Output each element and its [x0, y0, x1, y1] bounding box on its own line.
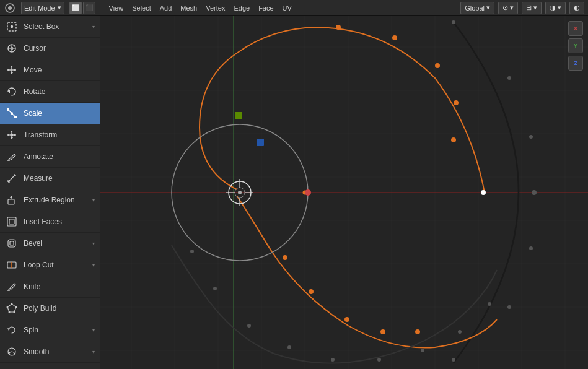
svg-point-96: [331, 358, 335, 362]
menu-view[interactable]: View: [105, 3, 128, 13]
svg-point-89: [529, 246, 533, 250]
menu-select[interactable]: Select: [128, 3, 155, 13]
tool-annotate[interactable]: Annotate: [0, 146, 100, 168]
tool-loop-cut[interactable]: Loop Cut ▾: [0, 254, 100, 276]
svg-rect-18: [7, 108, 9, 111]
view-gizmo-x[interactable]: X: [568, 21, 583, 36]
svg-point-98: [421, 349, 424, 352]
svg-point-84: [415, 329, 420, 334]
top-menu: View Select Add Mesh Vertex Edge Face UV: [105, 3, 296, 13]
svg-rect-17: [14, 116, 17, 118]
svg-marker-36: [10, 196, 12, 198]
svg-marker-23: [11, 137, 13, 139]
overlay-settings[interactable]: ◑ ▾: [545, 2, 566, 14]
tool-move[interactable]: Move: [0, 59, 100, 81]
view-gizmo-y[interactable]: Y: [568, 38, 583, 53]
svg-point-97: [377, 358, 381, 362]
edge-icon[interactable]: ⬛: [83, 2, 95, 14]
snap-settings[interactable]: ⊞ ▾: [522, 2, 542, 14]
menu-add[interactable]: Add: [156, 3, 176, 13]
svg-point-86: [507, 76, 511, 80]
poly-build-icon: [5, 302, 19, 315]
svg-marker-22: [11, 131, 13, 132]
view-mode-icons: ⬜ ⬛: [69, 2, 95, 14]
svg-line-27: [14, 154, 15, 155]
proportional-editing[interactable]: ⊙ ▾: [498, 2, 518, 14]
svg-point-1: [8, 6, 12, 10]
vertex-icon[interactable]: ⬜: [69, 2, 82, 14]
svg-point-108: [238, 191, 242, 194]
tool-knife[interactable]: Knife: [0, 276, 100, 298]
svg-point-100: [488, 302, 491, 306]
svg-marker-12: [7, 69, 9, 71]
smooth-icon: [5, 345, 19, 358]
tool-select-box[interactable]: Select Box ▾: [0, 16, 100, 38]
tool-transform[interactable]: Transform: [0, 124, 100, 146]
select-box-icon: [5, 20, 19, 33]
mode-dropdown[interactable]: Edit Mode ▾: [21, 2, 64, 14]
menu-mesh[interactable]: Mesh: [177, 3, 201, 13]
tool-bevel[interactable]: Bevel ▾: [0, 233, 100, 254]
svg-point-111: [305, 189, 311, 196]
tool-poly-build[interactable]: Poly Build: [0, 298, 100, 319]
svg-rect-39: [8, 240, 15, 247]
inset-icon: [5, 215, 19, 228]
svg-rect-110: [257, 139, 264, 146]
blender-icon: [4, 2, 16, 14]
main-area: Select Box ▾ Cursor: [0, 16, 588, 369]
menu-face[interactable]: Face: [255, 3, 277, 13]
view-gizmo-z[interactable]: Z: [568, 56, 583, 71]
svg-marker-10: [11, 66, 13, 67]
tool-cursor[interactable]: Cursor: [0, 38, 100, 59]
svg-point-90: [507, 305, 511, 309]
svg-point-87: [529, 135, 533, 139]
svg-rect-37: [7, 217, 16, 226]
menu-uv[interactable]: UV: [279, 3, 296, 13]
svg-point-81: [309, 289, 314, 294]
topbar: Edit Mode ▾ ⬜ ⬛ View Select Add Mesh Ver…: [0, 0, 588, 16]
svg-point-78: [451, 137, 456, 142]
tool-rotate[interactable]: Rotate: [0, 81, 100, 103]
svg-point-45: [11, 303, 13, 305]
spin-icon: [5, 323, 19, 337]
svg-line-29: [8, 175, 15, 182]
svg-point-92: [190, 250, 194, 253]
scene-svg: [100, 16, 588, 369]
svg-point-93: [213, 287, 217, 290]
svg-point-48: [9, 311, 11, 313]
knife-icon: [5, 280, 19, 293]
svg-point-112: [481, 190, 486, 195]
svg-point-47: [14, 311, 15, 313]
svg-point-88: [532, 190, 537, 195]
tool-spin[interactable]: Spin ▾: [0, 319, 100, 341]
bevel-icon: [5, 237, 19, 250]
global-transform[interactable]: Global ▾: [460, 2, 494, 14]
menu-edge[interactable]: Edge: [230, 3, 253, 13]
tool-scale[interactable]: Scale: [0, 103, 100, 124]
svg-point-46: [15, 306, 17, 308]
tool-smooth[interactable]: Smooth ▾: [0, 341, 100, 363]
loop-cut-icon: [5, 258, 19, 272]
svg-marker-44: [7, 304, 16, 312]
svg-marker-25: [14, 134, 16, 136]
svg-point-82: [344, 317, 349, 322]
svg-point-19: [11, 112, 13, 115]
xray-toggle[interactable]: ◐: [569, 2, 584, 14]
svg-marker-13: [14, 69, 16, 71]
svg-point-95: [287, 345, 291, 349]
svg-point-94: [247, 324, 251, 328]
svg-point-85: [452, 20, 455, 24]
viewport[interactable]: Top Orthographic (1) Circle.001: [100, 16, 588, 369]
viewport-overlays-toolbar: X Y Z: [568, 21, 583, 71]
svg-marker-11: [11, 72, 13, 74]
svg-point-83: [380, 329, 385, 334]
tool-extrude-region[interactable]: Extrude Region ▾: [0, 189, 100, 211]
menu-vertex[interactable]: Vertex: [202, 3, 229, 13]
svg-point-26: [11, 134, 14, 137]
transform-icon: [5, 128, 19, 142]
tool-measure[interactable]: Measure: [0, 168, 100, 189]
tool-inset-faces[interactable]: Inset Faces: [0, 211, 100, 233]
svg-rect-34: [8, 199, 14, 204]
svg-marker-24: [7, 134, 9, 136]
scale-icon: [5, 106, 19, 120]
